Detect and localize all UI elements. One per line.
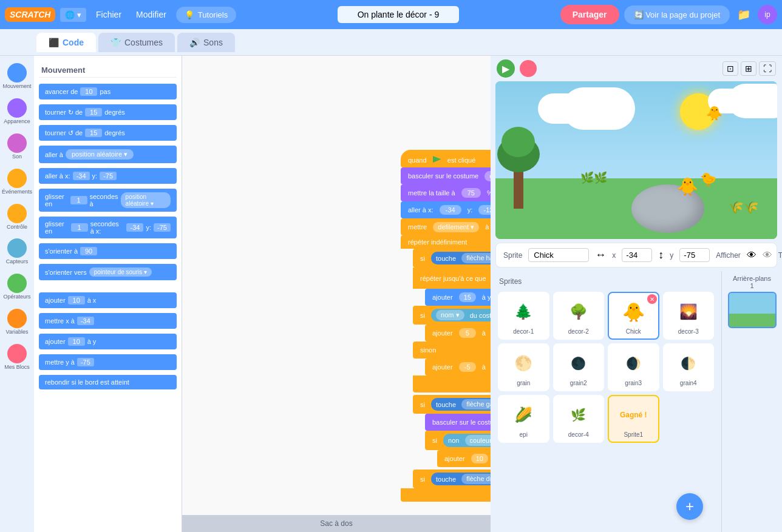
sprite-card-grain4[interactable]: 🌓 grain4: [663, 343, 715, 391]
category-capteurs[interactable]: Capteurs: [6, 236, 29, 268]
sprite-card-decor1[interactable]: 🌲 decor-1: [498, 292, 549, 340]
block-ajouter-x[interactable]: ajouter à x: [39, 292, 177, 308]
block-si-couleur[interactable]: si non couleur touchée ? alors: [425, 431, 491, 450]
green-flag-button[interactable]: ▶: [497, 59, 515, 78]
y-label: y: [670, 251, 673, 260]
block-aller-xy[interactable]: aller à x: y:: [39, 168, 177, 184]
block-avancer[interactable]: avancer de pas: [39, 84, 177, 99]
sprite-thumb-decor2: 🌳: [560, 297, 597, 327]
sprite-card-chick[interactable]: ✕ 🐥 Chick: [608, 292, 659, 340]
stage-controls: ▶: [497, 59, 537, 78]
y-coord-input[interactable]: [679, 248, 710, 262]
tab-sons[interactable]: 🔊 Sons: [177, 33, 235, 52]
block-si-nom-costume[interactable]: si nom ▾ du costume = chick-a2 alors: [413, 306, 491, 325]
sprite-card-decor3[interactable]: 🌄 decor-3: [663, 292, 715, 340]
backdrop-card[interactable]: [728, 292, 777, 328]
normal-stage-button[interactable]: ⊞: [741, 61, 756, 76]
category-mes-blocs[interactable]: Mes Blocs: [4, 342, 30, 373]
blocks-list: Mouvement avancer de pas tourner ↻ de de…: [34, 56, 182, 532]
block-si-fleche-haut-group: si touche flèche haut ▾ pressée ? alors …: [413, 249, 491, 392]
block-ajouter-minus5-defilement[interactable]: ajouter à defilement ▾: [425, 359, 491, 375]
block-ajouter-10-defilement[interactable]: ajouter à defilement ▾: [437, 450, 491, 467]
block-sinon1[interactable]: sinon: [413, 342, 491, 359]
eye-hide-button[interactable]: 👁: [763, 250, 772, 261]
block-si-fleche-haut[interactable]: si touche flèche haut ▾ pressée ? alors: [413, 249, 491, 268]
sprite-card-decor4[interactable]: 🌿 decor-4: [553, 395, 605, 443]
category-controle[interactable]: Contrôle: [7, 201, 27, 233]
small-stage-button[interactable]: ⊡: [722, 61, 738, 76]
block-rebondir[interactable]: rebondir si le bord est atteint: [39, 375, 177, 389]
stage-canvas: 🐥 🐤 🐥 🌿🌿 🌾🌾: [495, 81, 777, 239]
sprite-thumb-decor3: 🌄: [670, 297, 707, 327]
block-basculer-chick-a2[interactable]: basculer sur le costume chick-a2 ▾: [425, 414, 491, 431]
block-aller-a[interactable]: aller à position aléatoire ▾: [39, 146, 177, 163]
stop-button[interactable]: [520, 60, 537, 77]
block-mettre-taille[interactable]: mettre la taille à % de la taille initia…: [401, 184, 491, 201]
category-mouvement[interactable]: Mouvement: [2, 61, 31, 92]
globe-button[interactable]: 🌐 ▾: [60, 8, 86, 22]
taille-label: Taille: [778, 251, 782, 260]
category-apparence[interactable]: Apparence: [4, 96, 30, 127]
script-area: quand est cliqué basculer sur le costume…: [182, 56, 491, 532]
tab-code[interactable]: ⬛ Code: [36, 33, 96, 52]
block-ajouter-5-defilement[interactable]: ajouter à defilement ▾: [425, 325, 491, 342]
sprite-card-grain[interactable]: 🌕 grain: [498, 343, 549, 391]
block-ajouter-y[interactable]: ajouter à y: [39, 334, 177, 349]
costume-icon: 👕: [110, 38, 121, 47]
sprite-card-decor2[interactable]: 🌳 decor-2: [553, 292, 605, 340]
eye-show-button[interactable]: 👁: [747, 250, 756, 261]
category-variables[interactable]: Variables: [6, 306, 29, 338]
hat-block[interactable]: quand est cliqué: [401, 150, 491, 167]
voir-page-button[interactable]: 🔄 Voir la page du projet: [624, 5, 730, 24]
category-son[interactable]: Son: [7, 131, 27, 163]
partager-button[interactable]: Partager: [560, 5, 619, 24]
sprite-card-gagne[interactable]: Gagné ! Sprite1: [608, 395, 659, 443]
block-glisser-alea[interactable]: glisser en secondes à position aléatoire…: [39, 189, 177, 212]
block-repeter-jusqu[interactable]: répéter jusqu'à ce que non touche flèche…: [413, 268, 491, 289]
sprite-thumb-grain4: 🌓: [670, 348, 707, 379]
fichier-menu[interactable]: Fichier: [91, 7, 126, 22]
avatar[interactable]: ip: [758, 5, 777, 24]
category-evenements[interactable]: Événements: [2, 166, 32, 198]
sprite-thumb-decor1: 🌲: [505, 297, 542, 327]
category-operateurs[interactable]: Opérateurs: [3, 271, 30, 303]
block-tourner-ccw[interactable]: tourner ↺ de degrés: [39, 125, 177, 141]
sprite-thumb-chick: 🐥: [615, 297, 651, 327]
block-mettre-defilement[interactable]: mettre defilement ▾ à: [401, 218, 491, 235]
block-sorienter[interactable]: s'orienter à: [39, 243, 177, 259]
block-glisser-xy[interactable]: glisser en secondes à x: y:: [39, 217, 177, 238]
tourner-cw-input[interactable]: [85, 108, 102, 116]
sprite-card-grain3[interactable]: 🌒 grain3: [608, 343, 659, 391]
tab-costumes[interactable]: 👕 Costumes: [98, 33, 175, 52]
block-mettre-y[interactable]: mettre y à: [39, 354, 177, 370]
sac-a-dos-bar[interactable]: Sac à dos: [182, 515, 491, 532]
sprite-name-input[interactable]: [528, 248, 589, 262]
block-si-fleche-gauche[interactable]: si touche flèche gauche ▾ pressée ? alor…: [413, 395, 491, 414]
chick-second: 🐤: [700, 172, 716, 187]
sprite-card-grain2[interactable]: 🌑 grain2: [553, 343, 605, 391]
sprite-card-epi[interactable]: 🌽 epi: [498, 395, 549, 443]
code-icon: ⬛: [49, 38, 59, 47]
block-aller-xy-script[interactable]: aller à x: y:: [401, 201, 491, 218]
modifier-menu[interactable]: Modifier: [131, 7, 171, 22]
main-area: Mouvement Apparence Son Événements Contr…: [0, 56, 782, 532]
project-title-input[interactable]: [338, 6, 459, 23]
block-repeter-indefiniment[interactable]: répéter indéfiniment: [401, 235, 491, 249]
tutoriels-button[interactable]: 💡 Tutoriels: [176, 7, 236, 23]
avancer-input[interactable]: [80, 87, 97, 96]
chick-flying: 🐥: [706, 106, 722, 121]
sound-icon: 🔊: [189, 38, 200, 47]
add-sprite-button[interactable]: +: [676, 493, 703, 520]
block-tourner-cw[interactable]: tourner ↻ de degrés: [39, 104, 177, 120]
x-coord-input[interactable]: [622, 248, 652, 262]
lightbulb-icon: 💡: [185, 10, 194, 19]
block-ajouter-15-y: ajouter à y: [425, 289, 491, 306]
block-basculer-costume[interactable]: basculer sur le costume chick-a ▾: [401, 167, 491, 184]
block-mettre-x[interactable]: mettre x à: [39, 313, 177, 329]
block-si-fleche-droite[interactable]: si touche flèche droite ▾ pressée ? alor…: [413, 470, 491, 488]
stage-top: ▶ ⊡ ⊞ ⛶: [491, 56, 782, 81]
tourner-ccw-input[interactable]: [85, 129, 102, 137]
folder-icon-button[interactable]: 📁: [735, 5, 753, 24]
block-sorienter-vers[interactable]: s'orienter vers pointeur de souris ▾: [39, 264, 177, 280]
fullscreen-button[interactable]: ⛶: [759, 61, 776, 76]
